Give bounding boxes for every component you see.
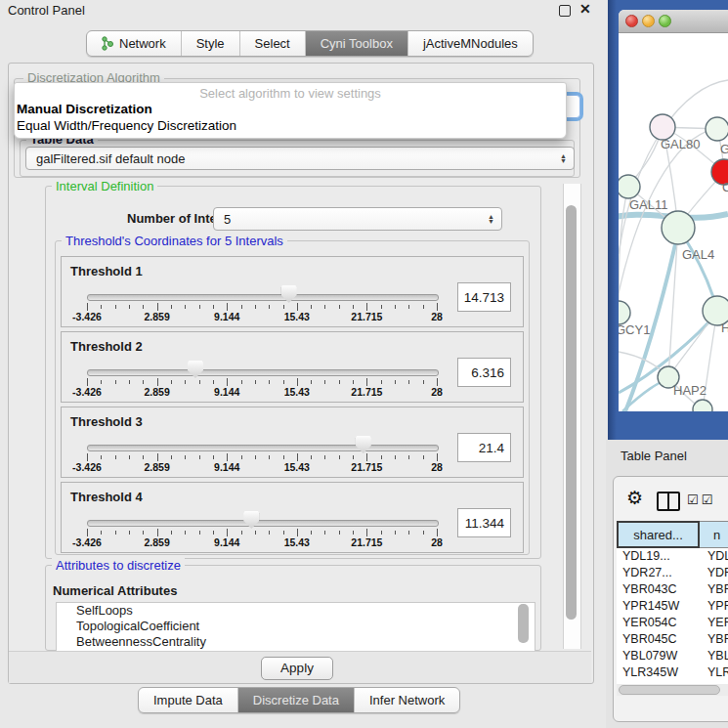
table-row[interactable]: YBR043CYBR0 (617, 581, 728, 598)
tick-mark (157, 529, 158, 536)
threshold-panel-3: Threshold 3-3.4262.8599.14415.4321.71528… (61, 407, 524, 478)
tick-mark (297, 378, 298, 386)
threshold-slider-track[interactable] (87, 369, 439, 376)
tick-label: -3.426 (72, 536, 102, 548)
table-row[interactable]: YLR345WYLR3 (617, 664, 728, 681)
cell-shared-name[interactable]: YER054C (617, 615, 700, 631)
tick-mark (255, 305, 256, 309)
close-traffic-light[interactable] (625, 15, 638, 27)
minimize-traffic-light[interactable] (642, 15, 655, 27)
threshold-value-field[interactable]: 11.344 (457, 508, 511, 537)
tick-mark (157, 303, 158, 311)
cell-name[interactable]: YER0 (700, 615, 728, 631)
gear-icon[interactable]: ⚙ (626, 487, 643, 508)
tab-jactivemnodules[interactable]: jActiveMNodules (408, 31, 533, 56)
numerical-attributes-list[interactable]: SelfLoopsTopologicalCoefficientBetweenne… (56, 602, 535, 652)
table-row[interactable]: YBL079WYBL0 (617, 648, 728, 664)
tab-network[interactable]: Network (87, 31, 182, 56)
node-gcy1[interactable] (619, 301, 630, 324)
float-window-icon[interactable] (559, 5, 571, 17)
cell-shared-name[interactable]: YDR27... (617, 565, 700, 581)
tick-mark (297, 303, 298, 311)
table-hscrollbar-thumb[interactable] (619, 685, 720, 695)
tab-style[interactable]: Style (182, 31, 240, 56)
node-label: GA (720, 142, 728, 156)
tick-mark (227, 529, 228, 536)
attribute-list-item[interactable]: SelfLoops (57, 603, 535, 619)
cell-shared-name[interactable]: YDL19... (617, 548, 700, 565)
threshold-value-field[interactable]: 21.4 (457, 433, 511, 462)
tick-mark (366, 453, 367, 461)
attributes-group-title: Attributes to discretize (52, 558, 185, 573)
tab-cyni-toolbox[interactable]: Cyni Toolbox (306, 31, 408, 56)
cell-name[interactable]: YDL1 (700, 548, 728, 565)
tick-mark (437, 453, 438, 461)
attribute-list-item[interactable]: TopologicalCoefficient (57, 619, 535, 634)
table-row[interactable]: YPR145WYPR1 (617, 598, 728, 615)
cell-name[interactable]: YBR0 (700, 631, 728, 648)
checkbox-icons[interactable]: ☑☑ (687, 492, 715, 507)
table-row[interactable]: YER054CYER0 (617, 615, 728, 631)
number-of-intervals-combobox[interactable]: 5 ▲▼ (213, 207, 502, 231)
cell-name[interactable]: YBR0 (700, 581, 728, 598)
cell-shared-name[interactable]: YLR345W (617, 664, 700, 681)
zoom-traffic-light[interactable] (659, 15, 671, 27)
attribute-list-item[interactable]: BetweennessCentrality (57, 634, 535, 650)
dropdown-item-manual[interactable]: Manual Discretization (17, 102, 152, 116)
tick-mark (395, 305, 396, 309)
tab-jactivemnodules-label: jActiveMNodules (423, 36, 518, 51)
column-header-name[interactable]: n (700, 521, 728, 548)
cell-name[interactable]: YBL0 (700, 648, 728, 664)
tick-mark (101, 455, 102, 459)
stepper-arrows-icon: ▲▼ (557, 153, 570, 163)
tick-mark (115, 305, 116, 309)
cell-shared-name[interactable]: YBL079W (617, 648, 700, 664)
tab-infer-network[interactable]: Infer Network (355, 688, 459, 712)
tick-label: 21.715 (351, 386, 382, 398)
network-window-titlebar[interactable] (619, 10, 728, 33)
cell-name[interactable]: YDR2 (700, 565, 728, 581)
tab-discretize-data[interactable]: Discretize Data (238, 688, 355, 712)
tab-impute-data[interactable]: Impute Data (139, 688, 238, 712)
table-row[interactable]: YDL19...YDL1 (617, 548, 728, 565)
node-gal11[interactable] (619, 175, 640, 198)
threshold-slider-track[interactable] (87, 294, 439, 301)
cell-shared-name[interactable]: YPR145W (617, 598, 700, 615)
tick-mark (157, 453, 158, 461)
tick-label: -3.426 (72, 461, 102, 473)
tick-mark (408, 305, 409, 309)
cell-shared-name[interactable]: YBR045C (617, 631, 700, 648)
tick-label: 2.859 (144, 386, 169, 398)
cell-name[interactable]: YLR3 (700, 664, 728, 681)
network-canvas[interactable]: GAL80GAGAL11CGAL4GCY1HHAP2 (619, 32, 728, 411)
cell-name[interactable]: YPR1 (700, 598, 728, 615)
table-hscrollbar-track[interactable] (617, 684, 728, 696)
panel-scrollbar-thumb[interactable] (566, 205, 577, 620)
split-table-icon[interactable] (657, 492, 680, 511)
column-header-shared[interactable]: shared... (617, 521, 700, 548)
tick-label: 9.144 (214, 311, 239, 322)
close-icon[interactable]: ✕ (579, 1, 591, 17)
node-gal4[interactable] (662, 211, 695, 244)
tick-mark (87, 378, 88, 386)
tick-mark (395, 531, 396, 535)
threshold-slider-track[interactable] (87, 520, 439, 527)
tab-select[interactable]: Select (240, 31, 306, 56)
table-data-combobox[interactable]: galFiltered.sif default node ▲▼ (25, 147, 575, 170)
node-bottom[interactable] (693, 400, 712, 411)
tick-mark (339, 305, 340, 309)
table-row[interactable]: YDR27...YDR2 (617, 565, 728, 581)
dropdown-item-equal-width[interactable]: Equal Width/Frequency Discretization (17, 118, 236, 133)
apply-button[interactable]: Apply (261, 657, 333, 680)
threshold-value-field[interactable]: 6.316 (457, 358, 511, 387)
table-row[interactable]: YBR045CYBR0 (617, 631, 728, 648)
node-top-right[interactable] (706, 117, 728, 141)
attributes-list-scrollbar[interactable] (518, 604, 529, 643)
tick-mark (311, 531, 312, 535)
tick-label: 15.43 (284, 536, 310, 548)
threshold-slider-track[interactable] (87, 445, 439, 451)
cell-shared-name[interactable]: YBR043C (617, 581, 700, 598)
tick-mark (437, 529, 438, 536)
tick-mark (87, 453, 88, 461)
threshold-value-field[interactable]: 14.713 (457, 282, 511, 312)
